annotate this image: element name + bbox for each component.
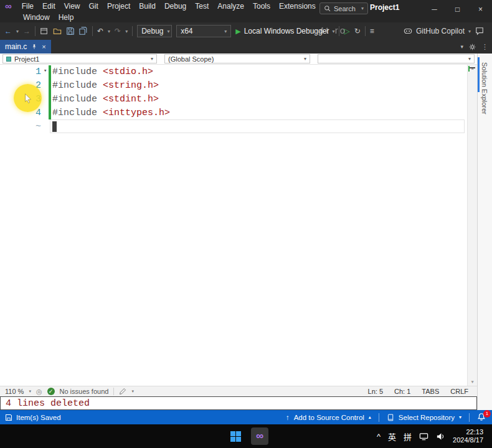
scroll-down-icon[interactable]: ▼: [468, 380, 477, 385]
undo-icon[interactable]: ↶: [97, 27, 103, 35]
menu-window[interactable]: Window: [23, 13, 50, 22]
status-bar: Item(s) Saved ↑ Add to Source Control ▴ …: [0, 410, 492, 424]
menu-project[interactable]: Project: [107, 2, 130, 11]
solution-platform-dropdown[interactable]: x64 ▾: [176, 25, 231, 37]
copilot-chat-icon[interactable]: [475, 27, 484, 35]
eol-indicator[interactable]: CRLF: [450, 388, 468, 395]
hot-reload-icon[interactable]: ↻: [354, 27, 361, 35]
gear-icon[interactable]: [469, 44, 476, 50]
pin-tab-icon[interactable]: [31, 44, 37, 50]
back-history-caret-icon[interactable]: ▾: [16, 29, 19, 34]
code-cleanup-pen-icon[interactable]: [119, 388, 126, 395]
close-tab-icon[interactable]: ×: [42, 43, 45, 50]
menu-build[interactable]: Build: [139, 2, 156, 11]
start-button[interactable]: [227, 427, 244, 445]
menu-bar-row1: ∞ File Edit View Git Project Build Debug…: [0, 0, 320, 12]
add-to-source-control-button[interactable]: Add to Source Control: [294, 414, 364, 421]
search-box[interactable]: Search ▾: [319, 2, 368, 14]
cursor-arrow-icon: [22, 93, 34, 104]
editor-navigation-bar: Project1 ▾ (Global Scope) ▾ ▾: [0, 54, 477, 65]
start-debugging-button[interactable]: ▶ Local Windows Debugger ▾: [235, 27, 334, 35]
tray-chevron-icon[interactable]: ^: [377, 432, 381, 441]
maximize-button[interactable]: □: [446, 0, 469, 19]
taskbar-center-icons: ∞: [227, 427, 268, 445]
volume-icon[interactable]: [436, 432, 445, 441]
solution-configuration-dropdown[interactable]: Debug ▾: [137, 25, 172, 37]
menu-edit[interactable]: Edit: [42, 2, 55, 11]
save-status-icon: [5, 414, 12, 421]
splitter-dots-icon[interactable]: ⋮: [481, 43, 488, 51]
menu-git[interactable]: Git: [89, 2, 98, 11]
push-up-icon: ↑: [286, 414, 290, 421]
menu-view[interactable]: View: [64, 2, 80, 11]
save-all-icon[interactable]: [79, 27, 88, 35]
solution-explorer-tab[interactable]: Solution Explorer: [481, 62, 488, 114]
github-copilot-button[interactable]: GitHub Copilot ▾: [404, 27, 471, 35]
document-tab-strip: main.c × ▾ ⋮: [0, 40, 492, 54]
menu-analyze[interactable]: Analyze: [217, 2, 244, 11]
visual-studio-taskbar-icon[interactable]: ∞: [251, 427, 268, 445]
navigate-back-icon[interactable]: ←: [4, 27, 12, 35]
current-line-highlight: [50, 119, 465, 133]
title-bar: ∞ File Edit View Git Project Build Debug…: [0, 0, 492, 22]
editor-line-2[interactable]: 2 #include <string.h>: [0, 78, 477, 92]
issues-label[interactable]: No issues found: [60, 388, 109, 395]
status-left: Item(s) Saved: [5, 414, 61, 421]
redo-caret-icon[interactable]: ▾: [125, 29, 128, 34]
editor-line-3[interactable]: 3 #include <stdint.h>: [0, 92, 477, 106]
editor-line-5-current[interactable]: ~: [0, 119, 477, 133]
ime-language-indicator[interactable]: 英: [388, 431, 396, 442]
member-dropdown[interactable]: ▾: [318, 54, 475, 63]
standard-toolbar: ← ▾ → ↶ ▾ ↷ ▾ Debug ▾ x64 ▾ ▶ Lo: [0, 22, 492, 40]
notifications-button[interactable]: 1: [477, 413, 487, 422]
undo-caret-icon[interactable]: ▾: [108, 29, 110, 34]
column-indicator[interactable]: Ch: 1: [394, 388, 410, 395]
tab-main-c[interactable]: main.c ×: [0, 40, 51, 54]
save-icon[interactable]: [66, 27, 75, 35]
indent-indicator[interactable]: TABS: [422, 388, 439, 395]
minimize-button[interactable]: ─: [423, 0, 446, 19]
project-dropdown[interactable]: Project1 ▾: [2, 54, 157, 63]
vertical-scrollbar[interactable]: ▲ ▼: [467, 65, 477, 386]
saved-message: Item(s) Saved: [16, 414, 61, 421]
repository-caret-icon[interactable]: ▾: [459, 414, 461, 420]
project-name: Project1: [14, 55, 39, 63]
zoom-caret-icon[interactable]: ▾: [29, 389, 31, 394]
chevron-down-icon: ▾: [468, 56, 471, 62]
menu-file[interactable]: File: [22, 2, 34, 11]
ime-mode-indicator[interactable]: 拼: [404, 431, 412, 442]
navigate-forward-icon[interactable]: →: [23, 27, 31, 35]
code-editor[interactable]: ▾ 1 #include <stdio.h> 2 #include <strin…: [0, 65, 477, 386]
select-repository-button[interactable]: Select Repository: [399, 414, 455, 421]
editor-line-1[interactable]: 1 #include <stdio.h>: [0, 65, 477, 78]
zoom-level[interactable]: 110 %: [5, 388, 24, 395]
menu-test[interactable]: Test: [195, 2, 209, 11]
redo-icon[interactable]: ↷: [115, 27, 121, 35]
run-options-caret-icon: ▾: [332, 29, 334, 34]
menu-extensions[interactable]: Extensions: [279, 2, 316, 11]
tab-label: main.c: [5, 42, 27, 51]
line-list-icon[interactable]: ≡: [370, 27, 374, 35]
open-file-icon[interactable]: [53, 27, 62, 35]
outlining-collapse-icon[interactable]: ▾: [44, 67, 47, 74]
new-project-icon[interactable]: [40, 27, 49, 35]
source-control-caret-icon[interactable]: ▴: [369, 414, 371, 420]
close-button[interactable]: ×: [469, 0, 492, 19]
cleanup-caret-icon[interactable]: ▾: [131, 389, 134, 394]
start-without-debugging-icon[interactable]: ▷: [344, 27, 349, 35]
configuration-value: Debug: [141, 27, 163, 35]
line-number[interactable]: 1: [0, 67, 41, 77]
editor-line-4[interactable]: 4 #include <inttypes.h>: [0, 106, 477, 119]
scope-dropdown[interactable]: (Global Scope) ▾: [164, 54, 310, 63]
status-separator: [113, 388, 114, 395]
line-indicator[interactable]: Ln: 5: [368, 388, 383, 395]
menu-debug[interactable]: Debug: [164, 2, 186, 11]
menu-tools[interactable]: Tools: [253, 2, 270, 11]
menu-help[interactable]: Help: [59, 13, 74, 22]
taskbar-clock[interactable]: 22:13 2024/8/17: [453, 428, 483, 444]
network-icon[interactable]: [419, 432, 428, 441]
run-label: Local Windows Debugger: [244, 27, 329, 35]
document-list-chevron-icon[interactable]: ▾: [460, 44, 463, 50]
repository-icon: [387, 414, 394, 421]
feedback-icon[interactable]: ◎: [36, 388, 42, 396]
